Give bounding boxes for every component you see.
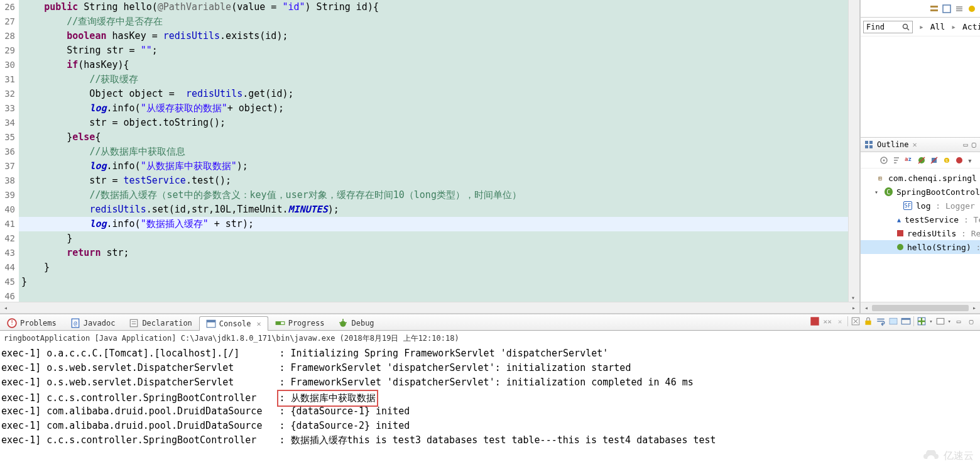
console-output[interactable]: exec-1] o.a.c.c.C.[Tomcat].[localhost].[…: [0, 346, 980, 469]
scroll-left-icon[interactable]: ◂: [862, 304, 871, 312]
view-menu-icon[interactable]: ▾: [967, 156, 976, 165]
code-line[interactable]: //查询缓存中是否存在: [19, 14, 848, 29]
debug-icon: [338, 318, 348, 328]
focus-icon[interactable]: [879, 156, 888, 165]
new-console-icon[interactable]: [935, 316, 945, 326]
outline-item[interactable]: ▲testService : Te: [861, 212, 980, 226]
code-line[interactable]: log.info("数据插入缓存" + str);: [19, 217, 848, 231]
scroll-down-icon[interactable]: ▾: [849, 293, 858, 302]
code-editor[interactable]: 2627282930313233343536373839404142434445…: [0, 0, 859, 302]
code-line[interactable]: if(hasKey){: [19, 58, 848, 72]
code-line[interactable]: //获取缓存: [19, 72, 848, 87]
outline-item[interactable]: SFlog : Logger: [861, 199, 980, 212]
outline-item-label: testService : Te: [905, 215, 980, 224]
svg-line-31: [346, 323, 347, 323]
find-all-link[interactable]: All: [930, 22, 945, 31]
svg-rect-0: [930, 6, 938, 8]
svg-point-18: [956, 157, 962, 163]
open-console-icon[interactable]: [917, 316, 927, 326]
svg-rect-23: [131, 319, 138, 326]
display-console-icon[interactable]: [901, 316, 911, 326]
field-icon: [897, 229, 903, 238]
outline-horizontal-scrollbar[interactable]: ◂ ▸: [861, 302, 980, 313]
find-acti-link[interactable]: Acti...: [962, 22, 980, 31]
javadoc-icon: @: [70, 318, 80, 328]
declaration-icon: [129, 318, 139, 328]
hide-nonpublic-icon[interactable]: s: [942, 156, 951, 165]
editor-vertical-scrollbar[interactable]: ▾: [848, 0, 859, 302]
svg-rect-9: [869, 145, 873, 148]
maximize-icon[interactable]: ▢: [966, 316, 976, 326]
hide-static-icon[interactable]: [930, 156, 939, 165]
code-line[interactable]: str = testService.test();: [19, 174, 848, 188]
minimize-icon[interactable]: ▭: [954, 316, 964, 326]
code-line[interactable]: //从数据库中获取信息: [19, 145, 848, 159]
tab-debug[interactable]: Debug: [331, 316, 381, 330]
code-line[interactable]: }else{: [19, 130, 848, 145]
toolbar-icon[interactable]: [930, 4, 939, 13]
code-line[interactable]: }: [19, 231, 848, 246]
tab-javadoc[interactable]: @ Javadoc: [63, 316, 122, 330]
outline-item[interactable]: hello(String) : S: [861, 240, 980, 254]
scroll-right-icon[interactable]: ▸: [849, 304, 858, 312]
remove-terminated-icon[interactable]: ✕✕: [822, 316, 832, 326]
search-icon[interactable]: [902, 23, 910, 31]
code-line[interactable]: [19, 289, 848, 302]
az-sort-icon[interactable]: az: [905, 156, 913, 165]
svg-text:!: !: [10, 319, 14, 326]
toolbar-icon[interactable]: [967, 4, 976, 13]
svg-line-30: [340, 323, 341, 323]
code-line[interactable]: log.info("从数据库中获取数据");: [19, 159, 848, 174]
clear-console-icon[interactable]: [851, 316, 861, 326]
minimize-icon[interactable]: ▭: [964, 140, 968, 149]
outline-item[interactable]: ▾CSpringBootControl: [861, 185, 980, 199]
code-line[interactable]: Object object = redisUtils.get(id);: [19, 87, 848, 101]
code-line[interactable]: //数据插入缓存（set中的参数含义：key值，user对象，缓存存在时间10（…: [19, 188, 848, 202]
pin-console-icon[interactable]: [888, 316, 898, 326]
outline-tree[interactable]: ⊞com.chenqi.springl▾CSpringBootControlSF…: [861, 168, 980, 302]
outline-item-label: redisUtils : Redi: [907, 229, 980, 238]
hide-fields-icon[interactable]: [917, 156, 926, 165]
dropdown-icon[interactable]: ▾: [929, 318, 932, 324]
scroll-lock-icon[interactable]: [863, 316, 873, 326]
scroll-right-icon[interactable]: ▸: [970, 304, 979, 312]
code-line[interactable]: public String hello(@PathVariable(value …: [19, 0, 848, 14]
scroll-left-icon[interactable]: ◂: [1, 304, 10, 312]
line-gutter: 2627282930313233343536373839404142434445…: [0, 0, 19, 302]
code-line[interactable]: redisUtils.set(id,str,10L,TimeUnit.MINUT…: [19, 202, 848, 217]
close-icon[interactable]: ✕: [913, 140, 917, 149]
maximize-icon[interactable]: ▢: [972, 140, 976, 149]
svg-point-3: [969, 6, 975, 12]
code-line[interactable]: boolean hasKey = redisUtils.exists(id);: [19, 29, 848, 43]
console-line: exec-1] c.c.s.controller.SpringBootContr…: [1, 390, 980, 404]
dropdown-icon[interactable]: ▾: [948, 318, 951, 324]
tab-problems[interactable]: ! Problems: [0, 316, 63, 330]
scrollbar-thumb[interactable]: [872, 305, 969, 311]
tab-progress[interactable]: Progress: [268, 316, 332, 330]
terminate-icon[interactable]: [810, 316, 820, 326]
code-line[interactable]: str = object.toString();: [19, 116, 848, 130]
svg-rect-7: [869, 141, 873, 144]
code-area[interactable]: public String hello(@PathVariable(value …: [19, 0, 848, 302]
code-line[interactable]: }: [19, 260, 848, 275]
svg-rect-6: [865, 141, 868, 144]
toolbar-icon[interactable]: [955, 4, 964, 13]
outline-item[interactable]: ⊞com.chenqi.springl: [861, 171, 980, 185]
close-icon[interactable]: ✕: [256, 319, 261, 328]
code-line[interactable]: }: [19, 275, 848, 289]
code-line[interactable]: log.info("从缓存获取的数据"+ object);: [19, 101, 848, 116]
tab-console[interactable]: Console ✕: [199, 316, 268, 331]
remove-all-icon[interactable]: ✕: [835, 316, 845, 326]
word-wrap-icon[interactable]: [876, 316, 886, 326]
hide-local-icon[interactable]: [955, 156, 964, 165]
sort-icon[interactable]: [892, 156, 901, 165]
tree-twisty-icon[interactable]: ▾: [874, 189, 881, 196]
outline-item[interactable]: redisUtils : Redi: [861, 226, 980, 240]
console-line: exec-1] com.alibaba.druid.pool.DruidData…: [1, 404, 980, 419]
tab-declaration[interactable]: Declaration: [122, 316, 199, 330]
toolbar-icon[interactable]: [942, 4, 951, 13]
code-line[interactable]: String str = "";: [19, 43, 848, 58]
editor-horizontal-scrollbar[interactable]: ◂ ▸: [0, 302, 859, 313]
code-line[interactable]: return str;: [19, 246, 848, 260]
find-input[interactable]: Find: [863, 21, 913, 33]
